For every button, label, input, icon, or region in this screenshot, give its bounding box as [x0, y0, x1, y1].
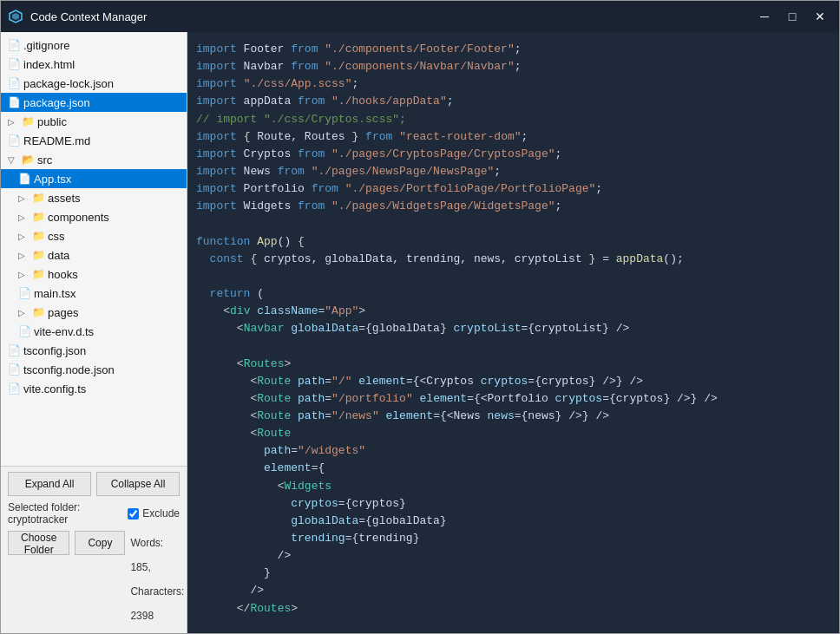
- file-icon: 📄: [8, 77, 20, 89]
- folder-icon: 📁: [32, 192, 44, 204]
- close-button[interactable]: ✕: [808, 6, 832, 27]
- file-icon: 📄: [8, 134, 20, 147]
- status-text: Words: 185, Characters: 2398: [130, 531, 184, 628]
- tree-item-label: assets: [48, 192, 81, 205]
- folder-row: Selected folder: cryptotracker Exclude: [8, 501, 180, 526]
- tree-item-package-json[interactable]: 📄 package.json: [1, 93, 187, 112]
- maximize-button[interactable]: □: [780, 6, 804, 27]
- tree-item-label: components: [48, 211, 109, 224]
- title-bar: Code Context Manager ─ □ ✕: [1, 1, 839, 32]
- sidebar: 📄 .gitignore 📄 index.html 📄 package-lock…: [1, 32, 187, 633]
- tree-item-package-lock[interactable]: 📄 package-lock.json: [1, 74, 187, 93]
- exclude-text: Exclude: [142, 507, 180, 520]
- tree-item-label: data: [48, 249, 69, 262]
- file-icon: 📄: [18, 325, 30, 337]
- collapse-all-button[interactable]: Collapse All: [96, 472, 180, 496]
- main-content: 📄 .gitignore 📄 index.html 📄 package-lock…: [1, 32, 839, 633]
- tree-item-tsconfig[interactable]: 📄 tsconfig.json: [1, 341, 187, 360]
- choose-folder-button[interactable]: Choose Folder: [8, 531, 69, 555]
- tree-item-vite-env[interactable]: 📄 vite-env.d.ts: [1, 322, 187, 341]
- tree-item-readme[interactable]: 📄 README.md: [1, 131, 187, 150]
- file-icon: 📄: [18, 173, 30, 185]
- tree-item-label: css: [48, 230, 65, 243]
- file-icon: 📄: [8, 382, 20, 395]
- sidebar-bottom: Expand All Collapse All Selected folder:…: [1, 466, 187, 633]
- file-icon: 📄: [8, 58, 20, 70]
- tree-item-label: vite-env.d.ts: [34, 325, 94, 338]
- expand-icon: ▷: [18, 270, 29, 279]
- tree-item-label: hooks: [48, 268, 78, 281]
- file-icon: 📄: [8, 96, 20, 108]
- tree-item-tsconfig-node[interactable]: 📄 tsconfig.node.json: [1, 360, 187, 379]
- file-icon: 📄: [18, 287, 30, 299]
- folder-icon: 📁: [32, 230, 44, 242]
- file-icon: 📄: [8, 39, 20, 51]
- tree-item-label: package-lock.json: [23, 77, 114, 90]
- expand-icon: ▷: [18, 308, 29, 317]
- collapse-icon: ▽: [8, 155, 18, 165]
- main-window: Code Context Manager ─ □ ✕ 📄 .gitignore …: [0, 0, 840, 634]
- file-icon: 📄: [8, 344, 20, 356]
- tree-item-label: package.json: [23, 96, 90, 109]
- tree-item-label: .gitignore: [23, 39, 69, 52]
- tree-item-label: tsconfig.json: [23, 344, 86, 357]
- tree-item-data[interactable]: ▷ 📁 data: [1, 245, 187, 265]
- file-icon: 📄: [8, 363, 20, 376]
- tree-item-label: main.tsx: [34, 287, 75, 300]
- tree-item-label: tsconfig.node.json: [23, 363, 115, 376]
- tree-item-gitignore[interactable]: 📄 .gitignore: [1, 36, 187, 55]
- folder-icon: 📁: [32, 306, 44, 318]
- exclude-checkbox[interactable]: [128, 508, 139, 520]
- tree-item-pages[interactable]: ▷ 📁 pages: [1, 303, 187, 322]
- minimize-button[interactable]: ─: [752, 6, 777, 27]
- folder-open-icon: 📂: [22, 154, 34, 166]
- tree-item-main-tsx[interactable]: 📄 main.tsx: [1, 284, 187, 303]
- tree-item-hooks[interactable]: ▷ 📁 hooks: [1, 265, 187, 284]
- expand-all-button[interactable]: Expand All: [8, 472, 91, 496]
- folder-icon: 📁: [32, 268, 44, 280]
- folder-icon: 📁: [32, 211, 44, 223]
- expand-icon: ▷: [18, 251, 29, 260]
- tree-item-assets[interactable]: ▷ 📁 assets: [1, 188, 187, 207]
- expand-icon: ▷: [18, 232, 29, 241]
- folder-icon: 📁: [22, 115, 34, 127]
- exclude-label[interactable]: Exclude: [128, 507, 180, 520]
- tree-item-label: index.html: [23, 58, 75, 71]
- expand-icon: ▷: [18, 193, 29, 203]
- window-title: Code Context Manager: [30, 10, 752, 23]
- tree-item-label: src: [37, 154, 52, 167]
- app-icon: [8, 9, 23, 24]
- tree-item-label: public: [37, 115, 67, 128]
- selected-folder-label: Selected folder: cryptotracker: [8, 501, 122, 526]
- tree-item-app-tsx[interactable]: 📄 App.tsx: [1, 169, 187, 188]
- svg-marker-1: [12, 13, 19, 20]
- expand-icon: ▷: [8, 117, 18, 127]
- tree-item-label: vite.config.ts: [23, 382, 86, 395]
- expand-collapse-row: Expand All Collapse All: [8, 472, 180, 496]
- code-scroll[interactable]: import Footer from "./components/Footer/…: [187, 32, 839, 633]
- tree-item-label: App.tsx: [34, 173, 71, 186]
- copy-button[interactable]: Copy: [75, 531, 125, 555]
- tree-item-public[interactable]: ▷ 📁 public: [1, 112, 187, 131]
- tree-item-components[interactable]: ▷ 📁 components: [1, 207, 187, 226]
- tree-item-label: pages: [48, 306, 78, 319]
- tree-item-index-html[interactable]: 📄 index.html: [1, 55, 187, 74]
- file-tree[interactable]: 📄 .gitignore 📄 index.html 📄 package-lock…: [1, 32, 187, 466]
- expand-icon: ▷: [18, 212, 29, 222]
- code-panel: import Footer from "./components/Footer/…: [187, 32, 839, 633]
- tree-item-vite-config[interactable]: 📄 vite.config.ts: [1, 379, 187, 398]
- code-content: import Footer from "./components/Footer/…: [187, 32, 839, 633]
- tree-item-css[interactable]: ▷ 📁 css: [1, 226, 187, 245]
- window-controls: ─ □ ✕: [752, 6, 832, 27]
- tree-item-src[interactable]: ▽ 📂 src: [1, 150, 187, 169]
- tree-item-label: README.md: [23, 134, 90, 147]
- folder-icon: 📁: [32, 249, 44, 261]
- action-row: Choose Folder Copy Words: 185, Character…: [8, 531, 180, 628]
